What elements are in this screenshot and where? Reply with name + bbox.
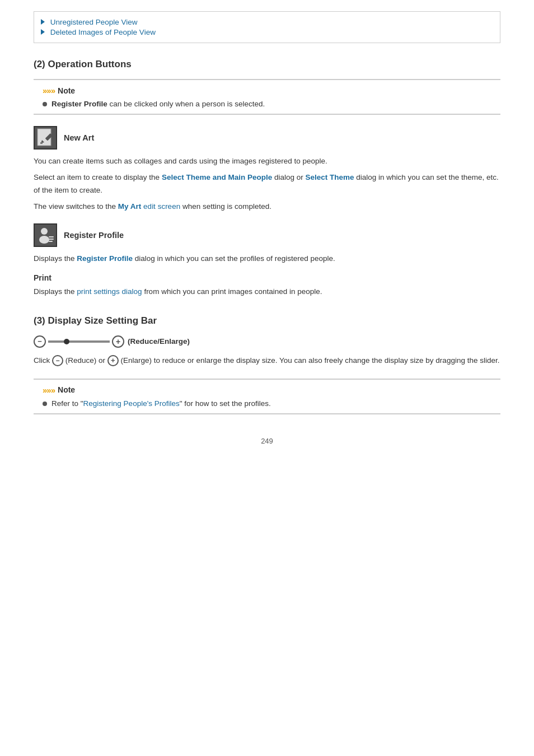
new-art-para1: You can create items such as collages an… [34,155,500,168]
note-box-1: »»» Note Register Profile can be clicked… [34,79,500,115]
note-header-1: »»» Note [43,86,491,95]
link-my-art[interactable]: My Art [118,202,142,211]
link-print-settings-dialog[interactable]: print settings dialog [77,287,142,296]
svg-rect-9 [49,241,53,242]
svg-point-5 [41,228,48,235]
new-art-icon [34,126,57,150]
svg-rect-4 [40,142,43,144]
reduce-icon: − [34,335,46,348]
link-select-theme[interactable]: Select Theme [305,173,354,181]
link-select-theme-main-people[interactable]: Select Theme and Main People [162,173,272,181]
slider-label: (Reduce/Enlarge) [128,337,190,346]
note-bullet-icon [43,102,47,106]
new-art-label: New Art [64,133,94,142]
section3-para1: Click − (Reduce) or + (Enlarge) to reduc… [34,354,500,367]
register-profile-label: Register Profile [64,231,124,240]
reduce-inline-icon: − [52,355,63,366]
new-art-icon-block: New Art [34,126,500,150]
svg-rect-7 [49,236,54,237]
link-deleted-images-view[interactable]: Deleted Images of People View [41,28,493,36]
section3-title: (3) Display Size Setting Bar [34,315,500,326]
note-chevrons-icon: »»» [43,86,55,95]
svg-rect-8 [49,239,54,240]
print-para1: Displays the print settings dialog from … [34,286,500,298]
note-chevrons-icon-2: »»» [43,385,55,395]
note-item-1: Register Profile can be clicked only whe… [43,100,491,108]
page-number: 249 [34,437,500,445]
slider-bar[interactable]: − + (Reduce/Enlarge) [34,335,500,348]
enlarge-inline-icon: + [107,355,119,366]
register-profile-para1: Displays the Register Profile dialog in … [34,253,500,265]
svg-point-6 [39,236,49,244]
register-profile-icon-block: Register Profile [34,223,500,247]
section2-title: (2) Operation Buttons [34,59,500,70]
new-art-para3: The view switches to the My Art edit scr… [34,200,500,213]
link-unregistered-people-view[interactable]: Unregistered People View [41,18,493,26]
arrow-icon [41,19,45,25]
link-register-profile-dialog[interactable]: Register Profile [77,254,133,263]
new-art-para2: Select an item to create to display the … [34,171,500,197]
link-registering-peoples-profiles[interactable]: Registering People's Profiles [83,399,180,408]
arrow-icon-2 [41,29,45,35]
top-links-box: Unregistered People View Deleted Images … [34,11,500,43]
slider-thumb[interactable] [64,339,69,344]
note-bullet-icon-2 [43,402,47,406]
register-profile-icon [34,223,57,247]
note-box-2: »»» Note Refer to "Registering People's … [34,379,500,414]
enlarge-icon: + [112,335,124,348]
note-item-2: Refer to "Registering People's Profiles"… [43,399,491,408]
link-edit-screen[interactable]: edit screen [143,202,180,211]
note-header-2: »»» Note [43,385,491,395]
print-label: Print [34,273,500,282]
slider-track[interactable] [48,340,110,343]
